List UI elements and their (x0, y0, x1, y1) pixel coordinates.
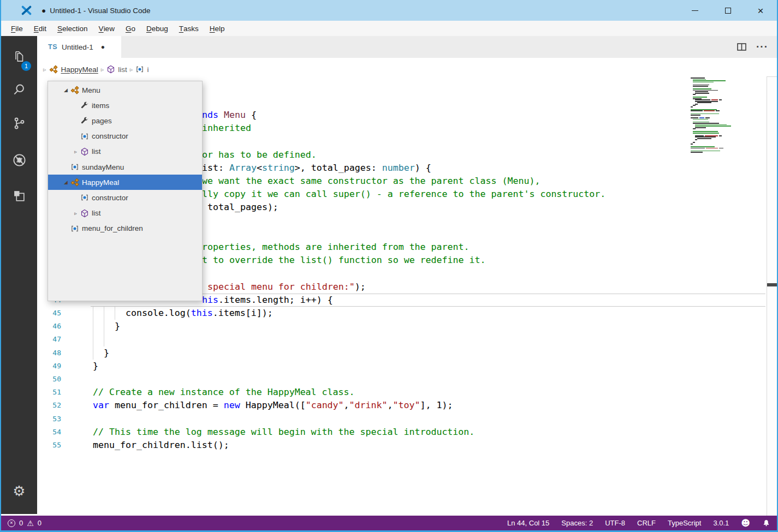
minimap-line (693, 86, 708, 87)
minimap-line (697, 138, 711, 139)
code-line[interactable]: nds Menu { (202, 109, 257, 122)
vertical-scrollbar[interactable] (767, 76, 777, 516)
symbol-row-HappyMeal[interactable]: ◢HappyMeal (48, 175, 202, 190)
split-editor-button[interactable] (737, 43, 746, 51)
menu-tasks[interactable]: Tasks (174, 21, 204, 36)
code-line[interactable]: console.log(this.items[i]); (93, 307, 273, 320)
minimize-button[interactable] (679, 0, 711, 21)
symbol-label: items (92, 101, 109, 110)
symbol-row-constructor[interactable]: constructor (48, 190, 202, 205)
symbol-row-list[interactable]: ▹list (48, 206, 202, 221)
code-line[interactable]: // This time the log message will begin … (93, 426, 474, 439)
maximize-button[interactable] (711, 0, 744, 21)
code-line[interactable]: or has to be defined. (202, 148, 317, 162)
tab-untitled-1[interactable]: TS Untitled-1 ● (37, 36, 121, 58)
symbol-row-constructor[interactable]: constructor (48, 129, 202, 144)
variable-icon (80, 132, 92, 141)
problems-status[interactable]: × 0 ⚠ 0 (8, 519, 41, 528)
minimap-line (693, 105, 696, 106)
activitybar-files-button[interactable]: 1 (1, 43, 37, 71)
minimap-line (693, 122, 709, 123)
activitybar-extensions-button[interactable] (1, 182, 37, 210)
language-mode[interactable]: TypeScript (668, 519, 701, 527)
symbol-row-menu_for_children[interactable]: menu_for_children (48, 221, 202, 236)
chevron-right-icon[interactable]: ▹ (40, 66, 49, 73)
eol[interactable]: CRLF (637, 519, 656, 527)
line-number: 46 (37, 320, 61, 333)
notifications-bell-icon[interactable] (762, 519, 770, 527)
encoding[interactable]: UTF-8 (605, 519, 625, 527)
class-icon (70, 86, 82, 95)
twisty-expanded-icon[interactable]: ◢ (61, 87, 70, 93)
method-icon (80, 209, 92, 218)
cursor-position[interactable]: Ln 44, Col 15 (507, 519, 549, 527)
minimap-line (691, 106, 693, 107)
code-line[interactable]: special menu for children:"); (202, 280, 366, 294)
more-actions-button[interactable]: ··· (756, 41, 768, 53)
code-line[interactable]: t to override the list() function so we … (202, 254, 486, 267)
code-line[interactable]: inherited (202, 122, 251, 135)
activitybar-debug-button[interactable] (1, 146, 37, 174)
dirty-indicator[interactable]: ● (101, 43, 105, 51)
chevron-right-icon: ▹ (127, 66, 136, 73)
code-line[interactable]: we want the exact same constructor as th… (202, 175, 540, 188)
overview-ruler-cursor-marker (767, 283, 777, 286)
twisty-expanded-icon[interactable]: ◢ (61, 180, 70, 185)
line-number: 50 (37, 373, 61, 386)
symbol-row-sundayMenu[interactable]: sundayMenu (48, 159, 202, 175)
close-button[interactable]: × (744, 0, 777, 21)
code-line[interactable]: // Create a new instance of the HappyMea… (93, 386, 355, 399)
code-line[interactable]: } (93, 320, 120, 333)
warnings-count: 0 (38, 519, 41, 527)
menu-go[interactable]: Go (120, 21, 141, 36)
code-line[interactable]: total_pages); (202, 201, 278, 214)
twisty-collapsed-icon[interactable]: ▹ (71, 211, 80, 216)
minimap-line (695, 104, 698, 105)
code-line[interactable]: menu_for_children.list(); (93, 439, 229, 452)
gear-icon: ⚙ (13, 483, 25, 499)
code-line[interactable]: } (93, 360, 98, 373)
debug-icon (12, 153, 27, 168)
indentation[interactable]: Spaces: 2 (561, 519, 593, 527)
breadcrumb-item-i[interactable]: i (135, 65, 149, 74)
line-number: 52 (37, 399, 61, 412)
code-line[interactable]: lly copy it we can call super() - a refe… (202, 188, 605, 201)
typescript-file-icon: TS (48, 43, 57, 51)
symbol-row-list[interactable]: ▹list (48, 144, 202, 159)
symbol-row-pages[interactable]: pages (48, 113, 202, 128)
symbol-label: constructor (92, 132, 128, 140)
minimap-line (691, 148, 723, 149)
breadcrumb-item-list[interactable]: list (106, 65, 127, 74)
minimap-line (695, 93, 709, 94)
code-line[interactable]: ist: Array<string>, total_pages: number)… (202, 162, 431, 175)
field-icon (80, 116, 92, 125)
activitybar-source-control-button[interactable] (1, 109, 37, 138)
errors-icon: × (8, 519, 15, 527)
code-line[interactable]: var menu_for_children = new HappyMeal(["… (93, 399, 453, 412)
menu-help[interactable]: Help (204, 21, 230, 36)
ts-version[interactable]: 3.0.1 (713, 519, 729, 527)
code-line[interactable]: his.items.length; i++) { (202, 294, 333, 307)
manage-button[interactable]: ⚙ (1, 477, 37, 505)
menu-edit[interactable]: Edit (28, 21, 52, 36)
activitybar-search-button[interactable] (1, 75, 37, 104)
minimap-line (695, 125, 731, 127)
minimap-line (691, 151, 720, 152)
code-line[interactable]: roperties, methods are inherited from th… (202, 241, 470, 254)
menu-file[interactable]: File (5, 21, 28, 36)
menu-debug[interactable]: Debug (141, 21, 174, 36)
chevron-right-icon: ▹ (98, 66, 107, 73)
breadcrumb-label: HappyMeal (61, 65, 98, 74)
twisty-collapsed-icon[interactable]: ▹ (71, 149, 80, 154)
symbol-row-Menu[interactable]: ◢Menu (48, 82, 202, 98)
minimap-line (693, 131, 718, 132)
menu-selection[interactable]: Selection (52, 21, 93, 36)
menu-view[interactable]: View (93, 21, 120, 36)
feedback-smiley-icon[interactable]: ☻ (741, 518, 750, 528)
code-line[interactable]: } (93, 346, 109, 360)
line-number: 54 (37, 426, 61, 439)
minimap[interactable] (691, 77, 742, 247)
breadcrumb-item-HappyMeal[interactable]: HappyMeal (49, 65, 98, 74)
symbol-row-items[interactable]: items (48, 98, 202, 113)
window-title: ● Untitled-1 - Visual Studio Code (41, 7, 151, 15)
